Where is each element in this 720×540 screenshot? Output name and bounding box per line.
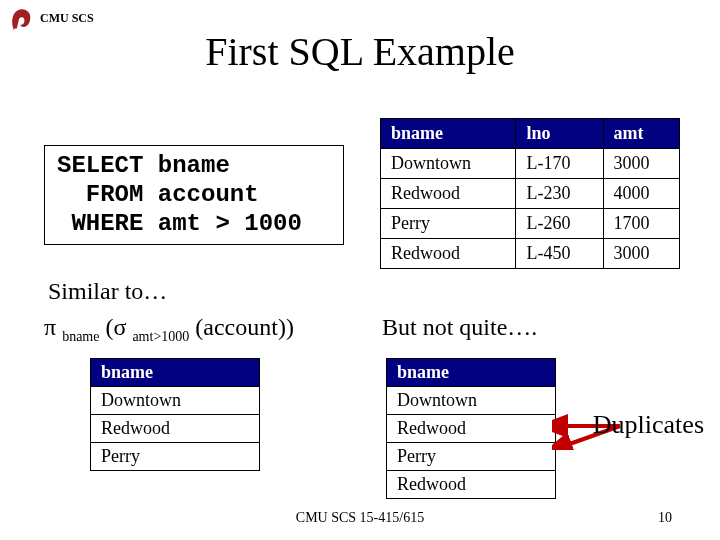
table-header-row: bname lno amt — [381, 119, 680, 149]
col-bname: bname — [387, 359, 556, 387]
footer-course: CMU SCS 15-415/615 — [0, 510, 720, 526]
but-not-quite-text: But not quite…. — [382, 314, 537, 341]
account-table: bname lno amt DowntownL-1703000 RedwoodL… — [380, 118, 680, 269]
table-row: Perry — [91, 443, 260, 471]
projection-result-table: bname Downtown Redwood Perry — [90, 358, 260, 471]
table-row: Redwood — [91, 415, 260, 443]
table-row: Downtown — [387, 387, 556, 415]
table-row: Perry — [387, 443, 556, 471]
table-row: Downtown — [91, 387, 260, 415]
col-bname: bname — [91, 359, 260, 387]
table-row: DowntownL-1703000 — [381, 149, 680, 179]
pi-symbol: π — [44, 314, 56, 340]
col-lno: lno — [516, 119, 603, 149]
org-label: CMU SCS — [40, 11, 94, 26]
table-row: PerryL-2601700 — [381, 209, 680, 239]
sigma-symbol: σ — [113, 314, 126, 340]
table-row: RedwoodL-4503000 — [381, 239, 680, 269]
similar-to-text: Similar to… — [48, 278, 167, 305]
table-row: RedwoodL-2304000 — [381, 179, 680, 209]
duplicates-label: Duplicates — [593, 410, 704, 440]
slide-header: CMU SCS — [8, 4, 94, 32]
slide-title: First SQL Example — [0, 28, 720, 75]
sql-query: SELECT bname FROM account WHERE amt > 10… — [44, 145, 344, 245]
pi-subscript: bname — [62, 329, 99, 344]
table-row: Redwood — [387, 415, 556, 443]
relational-algebra-expr: π bname (σ amt>1000 (account)) — [44, 314, 294, 345]
sigma-subscript: amt>1000 — [132, 329, 189, 344]
col-bname: bname — [381, 119, 516, 149]
cmu-logo-icon — [8, 4, 36, 32]
rel-name: (account)) — [195, 314, 294, 340]
table-row: Redwood — [387, 471, 556, 499]
col-amt: amt — [603, 119, 679, 149]
page-number: 10 — [658, 510, 672, 526]
sql-result-table: bname Downtown Redwood Perry Redwood — [386, 358, 556, 499]
